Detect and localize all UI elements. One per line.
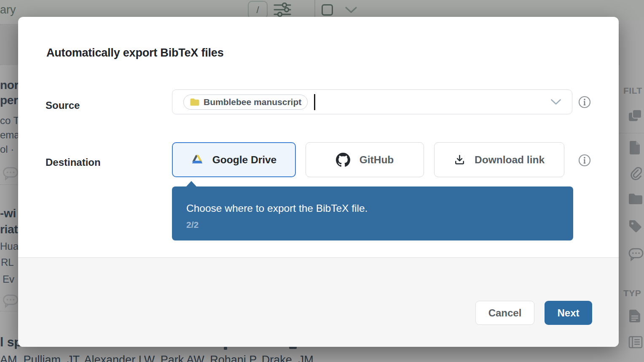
source-folder-chip[interactable]: Bumblebee manuscript [183, 95, 308, 110]
destination-info-icon[interactable] [578, 154, 591, 167]
dialog-footer: Cancel Next [18, 257, 619, 347]
download-icon [454, 154, 465, 165]
journal-type-icon[interactable] [628, 336, 643, 350]
folder-filter-icon[interactable] [628, 193, 643, 206]
next-button[interactable]: Next [545, 301, 592, 325]
tour-tooltip: Choose where to export the BibTeX file. … [172, 186, 573, 240]
dialog-title: Automatically export BibTeX files [46, 46, 224, 59]
text-fragment [224, 347, 227, 350]
google-drive-label: Google Drive [212, 154, 276, 166]
reference-meta-fragment: Ev [3, 274, 14, 284]
cancel-button[interactable]: Cancel [475, 301, 534, 325]
github-label: GitHub [360, 154, 394, 166]
chevron-down-icon[interactable] [345, 6, 357, 15]
toolbar-divider [314, 0, 315, 18]
tag-filter-icon[interactable] [628, 219, 642, 235]
app-screen: ary / nor per co T ema ol · [0, 0, 644, 362]
github-icon [336, 153, 350, 167]
divider [620, 133, 644, 133]
export-bibtex-dialog: Automatically export BibTeX files Source… [18, 17, 619, 347]
comment-bubble-icon [3, 294, 19, 310]
reference-meta-fragment: co T [0, 116, 19, 126]
article-type-icon[interactable] [628, 309, 641, 324]
destination-google-drive-button[interactable]: Google Drive [172, 142, 296, 177]
filter-sliders-icon[interactable] [273, 3, 292, 19]
reference-meta-fragment: ol · [0, 144, 14, 154]
duplicates-filter-icon[interactable] [628, 109, 642, 124]
folder-icon [190, 98, 200, 106]
text-cursor [314, 94, 315, 110]
reference-meta-fragment: Hua [0, 241, 19, 251]
download-link-label: Download link [475, 154, 545, 166]
reference-meta-fragment: ema [0, 130, 20, 140]
google-drive-icon [191, 154, 203, 165]
reference-title-fragment: -wi [0, 208, 16, 219]
tour-step-counter: 2/2 [186, 220, 559, 230]
reference-meta-fragment: RL [1, 257, 14, 267]
types-section-label: TYP [623, 288, 641, 298]
library-title-fragment: ary [0, 3, 16, 16]
source-label: Source [46, 100, 80, 111]
reference-title-fragment: nor [0, 79, 19, 91]
select-all-checkbox[interactable] [322, 4, 333, 16]
destination-label: Destination [46, 157, 101, 168]
reference-title-fragment: riat [0, 224, 18, 235]
chevron-down-icon[interactable] [550, 99, 561, 107]
comment-bubble-icon [3, 167, 19, 182]
filters-section-label: FILT [623, 86, 642, 96]
comments-filter-icon[interactable] [628, 248, 644, 263]
destination-download-link-button[interactable]: Download link [434, 142, 564, 177]
source-info-icon[interactable] [578, 95, 591, 109]
reference-title-fragment: per [0, 95, 18, 106]
source-folder-chip-label: Bumblebee manuscript [204, 97, 301, 107]
document-filter-icon[interactable] [628, 140, 641, 157]
slash-key-label: / [256, 5, 259, 16]
tour-tooltip-message: Choose where to export the BibTeX file. [186, 203, 559, 214]
destination-github-button[interactable]: GitHub [306, 142, 424, 177]
search-shortcut-button[interactable]: / [248, 1, 268, 19]
attachment-filter-icon[interactable] [628, 166, 642, 182]
authors-line: AM, Pulliam, JT, Alexander LW, Park AW, … [0, 354, 314, 362]
source-field[interactable]: Bumblebee manuscript [172, 89, 572, 114]
